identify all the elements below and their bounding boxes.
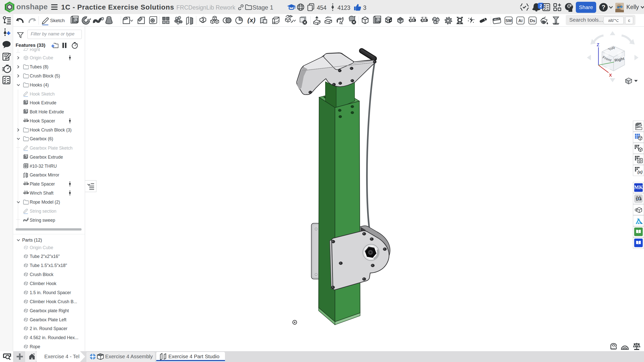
svg-text:(x): (x) [637, 170, 642, 174]
svg-text:2: 2 [540, 4, 542, 8]
svg-text:Z: Z [597, 42, 599, 47]
svg-text:X: X [609, 73, 612, 78]
svg-text:?: ? [602, 4, 605, 11]
